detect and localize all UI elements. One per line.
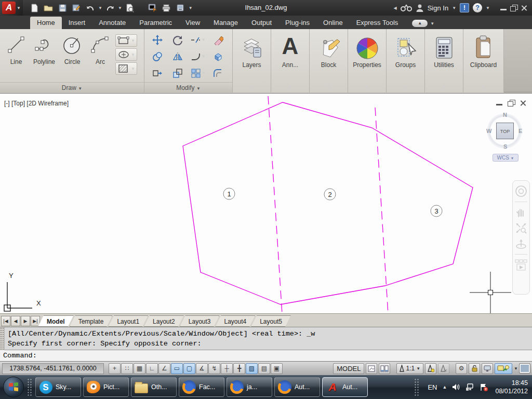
action-center-flag-icon[interactable] [480, 383, 488, 391]
pan-hand-icon[interactable] [515, 206, 527, 218]
navigation-bar[interactable] [512, 180, 530, 295]
tab-manage[interactable]: Manage [207, 17, 245, 29]
array-dropdown[interactable]: ▼ [202, 71, 206, 75]
redo-dropdown[interactable]: ▼ [118, 6, 122, 10]
redo-button[interactable] [104, 2, 116, 14]
tab-layout1[interactable]: Layout1 [108, 315, 148, 327]
arc-dropdown[interactable]: ▼ [98, 65, 102, 70]
minimize-button[interactable] [500, 5, 507, 11]
lineweight-toggle[interactable]: ╋ [233, 363, 245, 374]
tab-home[interactable]: Home [30, 17, 62, 29]
tab-model[interactable]: Model [38, 315, 74, 327]
plot-preview-button[interactable] [124, 2, 136, 14]
last-layout-button[interactable]: ▶| [31, 316, 40, 326]
model-space-button[interactable]: MODEL [333, 363, 364, 374]
tab-layout2[interactable]: Layout2 [144, 315, 184, 327]
toolbar-lock-button[interactable] [469, 363, 480, 374]
stretch-button[interactable] [148, 65, 167, 81]
clipboard-panel-dropdown[interactable]: ▼ [482, 85, 486, 89]
viewcube-west[interactable]: W [486, 128, 491, 134]
polar-tracking-toggle[interactable]: ∠ [158, 363, 170, 374]
taskbar-item-firefox-3[interactable]: Aut... [274, 377, 320, 397]
tab-view[interactable]: View [179, 17, 207, 29]
rectangle-tool-button[interactable]: ▼ [115, 34, 137, 47]
annotation-scale-button[interactable]: 1:1 ▼ [396, 363, 423, 374]
quick-view-layouts-button[interactable] [366, 363, 377, 374]
quick-properties-toggle[interactable]: ▤ [258, 363, 270, 374]
auto-annotation-scale-button[interactable] [438, 363, 449, 374]
clean-screen-button[interactable] [520, 364, 530, 373]
qat-customize-dropdown[interactable]: ▼ [189, 6, 193, 10]
dynamic-input-toggle[interactable]: ┼ [221, 363, 233, 374]
new-file-button[interactable] [28, 2, 41, 14]
first-layout-button[interactable]: |◀ [1, 316, 10, 326]
exchange-apps-icon[interactable]: ! [460, 3, 469, 12]
taskbar-item-folder[interactable]: Oth... [131, 377, 177, 397]
hardware-acceleration-button[interactable] [482, 363, 493, 374]
dynamic-ucs-toggle[interactable]: ↯ [208, 363, 220, 374]
taskbar-item-picasa[interactable]: Pict... [83, 377, 129, 397]
block-panel-button[interactable]: Block ▼ [310, 29, 348, 92]
rotate-button[interactable] [168, 32, 188, 48]
annotation-panel-button[interactable]: A Ann... ▼ [271, 29, 310, 92]
workspace-switching-button[interactable]: ⚙ [456, 363, 467, 374]
undo-dropdown[interactable]: ▼ [98, 6, 102, 10]
viewcube[interactable]: N W E S TOP WCS ▼ [485, 109, 525, 161]
viewport-close-button[interactable] [520, 100, 527, 106]
clock[interactable]: 18:45 08/01/2012 [493, 379, 528, 395]
3d-object-snap-toggle[interactable]: ▢ [183, 363, 195, 374]
start-button[interactable] [3, 377, 24, 397]
help-icon[interactable]: ? [473, 3, 482, 12]
trim-dropdown[interactable]: ▼ [202, 37, 206, 42]
utilities-panel-dropdown[interactable]: ▼ [442, 85, 446, 89]
viewcube-north[interactable]: N [503, 112, 507, 118]
workspace-button[interactable] [147, 2, 159, 14]
trim-button[interactable]: ▼ [188, 32, 208, 48]
orbit-icon[interactable] [515, 238, 527, 250]
coordinates-readout[interactable]: 1738.5764, -451.1761, 0.0000 [2, 363, 104, 374]
move-button[interactable] [148, 32, 167, 48]
layers-panel-button[interactable]: Layers ▼ [233, 29, 271, 92]
search-binoculars-icon[interactable] [401, 4, 412, 11]
tab-online[interactable]: Online [316, 17, 350, 29]
help-dropdown[interactable]: ▼ [486, 6, 490, 10]
ellipse-dropdown[interactable]: ▼ [131, 52, 135, 57]
clipboard-panel-button[interactable]: Clipboard ▼ [463, 29, 504, 92]
tab-parametric[interactable]: Parametric [132, 17, 179, 29]
isolate-objects-button[interactable] [495, 363, 512, 374]
fillet-button[interactable]: ▼ [188, 48, 208, 64]
scale-button[interactable] [168, 65, 188, 81]
showmotion-icon[interactable] [514, 259, 528, 271]
wcs-dropdown[interactable]: WCS ▼ [493, 154, 518, 162]
modify-panel-label[interactable]: Modify ▼ [144, 82, 232, 92]
restore-button[interactable] [510, 5, 517, 11]
block-panel-dropdown[interactable]: ▼ [327, 85, 331, 89]
viewport-minimize-button[interactable] [496, 100, 503, 106]
next-layout-button[interactable]: ▶ [21, 316, 30, 326]
circle-tool-button[interactable]: Circle ▼ [59, 31, 85, 79]
properties-panel-button[interactable]: Properties ▼ [348, 29, 387, 92]
sign-in-dropdown[interactable]: ▼ [452, 6, 456, 10]
show-hidden-icons-button[interactable]: ▲ [443, 384, 447, 390]
taskbar-item-autocad[interactable]: A Aut... [322, 377, 368, 397]
viewport-controls-label[interactable]: [-] [Top] [2D Wireframe] [4, 100, 69, 107]
line-tool-button[interactable]: Line [3, 31, 29, 79]
ortho-mode-toggle[interactable]: ∟ [146, 363, 158, 374]
command-input[interactable]: Command: [0, 351, 532, 362]
ribbon-minimize-button[interactable]: ▲ [412, 20, 428, 27]
tab-express-tools[interactable]: Express Tools [350, 17, 405, 29]
drawing-viewport[interactable]: 123YX [-] [Top] [2D Wireframe] N W E S T… [0, 93, 532, 313]
layers-panel-dropdown[interactable]: ▼ [250, 85, 254, 89]
annotation-panel-dropdown[interactable]: ▼ [288, 85, 292, 89]
tab-layout4[interactable]: Layout4 [215, 315, 255, 327]
copy-button[interactable] [148, 48, 167, 64]
save-as-button[interactable] [70, 2, 83, 14]
offset-button[interactable] [208, 65, 228, 81]
hatch-dropdown[interactable]: ▼ [131, 66, 135, 71]
grid-display-toggle[interactable]: ▦ [134, 363, 145, 374]
zoom-extents-icon[interactable] [515, 222, 527, 234]
viewcube-south[interactable]: S [503, 143, 507, 150]
quick-view-drawings-button[interactable] [379, 363, 390, 374]
status-bar-menu-dropdown[interactable]: ▼ [514, 366, 518, 371]
snap-mode-toggle[interactable]: ∷ [121, 363, 133, 374]
